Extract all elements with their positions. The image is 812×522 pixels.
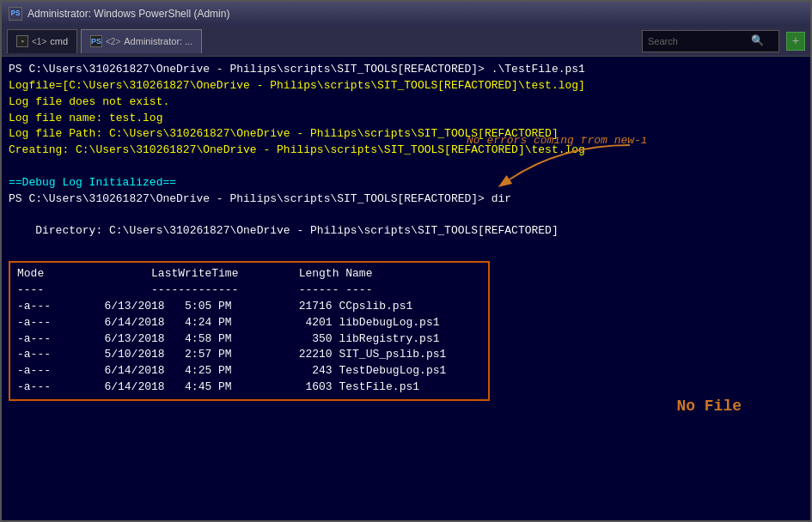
tab-cmd[interactable]: ▪ <1> cmd — [7, 29, 77, 53]
terminal[interactable]: PS C:\Users\310261827\OneDrive - Philips… — [2, 57, 810, 520]
tab-admin-label: Administrator: ... — [124, 36, 192, 46]
terminal-line-7 — [9, 159, 803, 175]
directory-table: Mode LastWriteTime Length Name ---- ----… — [9, 261, 490, 401]
dir-row-0: -a--- 6/13/2018 5:05 PM 21716 CCpslib.ps… — [17, 299, 481, 315]
tab-admin[interactable]: PS <2> Administrator: ... — [81, 29, 202, 53]
no-file-annotation: No File — [676, 395, 742, 417]
tab-cmd-icon: ▪ — [16, 35, 28, 47]
terminal-line-10 — [9, 208, 803, 224]
tab-admin-icon: PS — [90, 35, 102, 47]
toolbar: ▪ <1> cmd PS <2> Administrator: ... 🔍 + — [2, 26, 810, 57]
dir-table-separator: ---- ------------- ------ ---- — [17, 282, 481, 299]
terminal-line-12 — [9, 240, 803, 256]
terminal-line-8: ==Debug Log Initialized== — [9, 175, 803, 191]
window-title: Administrator: Windows PowerShell (Admin… — [27, 8, 229, 20]
terminal-line-6: Creating: C:\Users\310261827\OneDrive - … — [9, 143, 803, 159]
dir-row-5: -a--- 6/14/2018 4:45 PM 1603 TestFile.ps… — [17, 379, 481, 396]
terminal-line-4: Log file name: test.log — [9, 111, 803, 127]
title-bar: PS Administrator: Windows PowerShell (Ad… — [2, 2, 810, 26]
search-input[interactable] — [648, 36, 751, 46]
terminal-line-9: PS C:\Users\310261827\OneDrive - Philips… — [9, 191, 803, 208]
window-icon: PS — [9, 7, 22, 21]
dir-row-4: -a--- 6/14/2018 4:25 PM 243 TestDebugLog… — [17, 363, 481, 379]
terminal-line-3: Log file does not exist. — [9, 94, 803, 111]
search-icon[interactable]: 🔍 — [751, 34, 764, 47]
terminal-line-11: Directory: C:\Users\310261827\OneDrive -… — [9, 223, 803, 240]
add-tab-button[interactable]: + — [786, 32, 805, 51]
terminal-line-5: Log file Path: C:\Users\310261827\OneDri… — [9, 126, 803, 143]
dir-table-headers: Mode LastWriteTime Length Name — [17, 266, 481, 282]
terminal-line-2: Logfile=[C:\Users\310261827\OneDrive - P… — [9, 78, 803, 94]
dir-row-2: -a--- 6/13/2018 4:58 PM 350 libRegistry.… — [17, 331, 481, 348]
dir-row-3: -a--- 5/10/2018 2:57 PM 22210 SIT_US_psl… — [17, 347, 481, 363]
powershell-window: PS Administrator: Windows PowerShell (Ad… — [0, 0, 812, 522]
search-box[interactable]: 🔍 — [642, 30, 779, 52]
terminal-line-1: PS C:\Users\310261827\OneDrive - Philips… — [9, 62, 803, 78]
dir-row-1: -a--- 6/14/2018 4:24 PM 4201 libDebugLog… — [17, 315, 481, 331]
tab-cmd-label: cmd — [50, 36, 68, 46]
